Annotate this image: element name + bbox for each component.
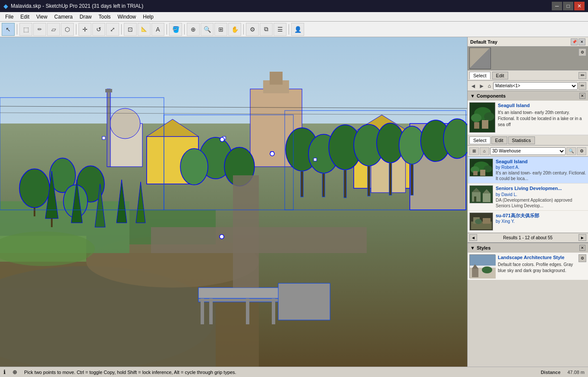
tool-scale[interactable]: ⤢ <box>106 23 119 36</box>
component-item-desc: DA (Development Application) approved Se… <box>496 198 572 208</box>
tool-shape[interactable]: ▱ <box>47 23 60 36</box>
styles-close-button[interactable]: ✕ <box>579 245 585 251</box>
tool-layers[interactable]: ⧉ <box>260 23 273 36</box>
style-info: Landscape Architecture Style Default fac… <box>498 254 576 274</box>
tray-pin-button[interactable]: 📌 <box>571 38 578 45</box>
components-preview: Seagull Island It's an island town- earl… <box>468 101 588 135</box>
maximize-button[interactable]: □ <box>563 2 573 10</box>
tool-pencil[interactable]: ✏ <box>33 23 46 36</box>
materials-edit-tab[interactable]: Edit <box>492 72 508 79</box>
components-edit-tab[interactable]: Edit <box>491 136 507 144</box>
styles-settings-button[interactable]: ⚙ <box>579 254 586 262</box>
materials-select-tab[interactable]: Select <box>469 72 491 79</box>
component-item-author[interactable]: by Robert A. <box>496 165 519 170</box>
components-collapse-icon: ▼ <box>470 93 475 98</box>
components-settings-button[interactable]: ⚙ <box>577 147 586 155</box>
pagination-back-button[interactable]: ◄ <box>469 234 477 241</box>
components-home-button[interactable]: ⌂ <box>480 147 489 155</box>
component-list-item[interactable]: Seniors Living Developmen... by David L.… <box>468 184 588 210</box>
close-button[interactable]: ✕ <box>574 2 585 10</box>
materials-add-button[interactable]: ✏ <box>579 72 586 79</box>
tool-offset[interactable]: ⊡ <box>124 23 137 36</box>
materials-source-select[interactable]: Materials<1> <box>493 82 578 90</box>
svg-rect-9 <box>201 298 204 324</box>
menu-tools[interactable]: Tools <box>95 13 114 21</box>
svg-point-78 <box>484 112 494 121</box>
components-close-button[interactable]: ✕ <box>579 93 585 99</box>
svg-point-58 <box>443 119 467 158</box>
menu-file[interactable]: File <box>2 13 17 21</box>
tool-select[interactable]: ↖ <box>2 23 15 36</box>
components-section: ▼ Components ✕ <box>468 91 588 243</box>
tool-move[interactable]: ✛ <box>79 23 91 36</box>
svg-rect-37 <box>51 219 53 227</box>
component-info: Seagull Island It's an island town- earl… <box>498 102 586 128</box>
tool-zoom[interactable]: 🔍 <box>201 23 214 36</box>
statusbar: ℹ ⊕ Pick two points to move. Ctrl = togg… <box>0 367 588 377</box>
components-search-button[interactable]: 🔍 <box>566 147 576 155</box>
titlebar-controls[interactable]: ─ □ ✕ <box>552 2 585 10</box>
tool-pan[interactable]: ✋ <box>228 23 241 36</box>
component-list-item[interactable]: Seagull Island by Robert A. It's an isla… <box>468 157 588 184</box>
tool-rotate[interactable]: ↺ <box>92 23 105 36</box>
svg-point-69 <box>220 234 224 239</box>
styles-title: Styles <box>477 245 491 250</box>
component-item-name[interactable]: Seniors Living Developmen... <box>496 186 562 191</box>
minimize-button[interactable]: ─ <box>552 2 562 10</box>
materials-settings-button[interactable]: ⚙ <box>579 48 586 56</box>
components-pagination: ◄ Results 1 - 12 of about 55 ► <box>468 233 588 242</box>
materials-back-icon[interactable]: ◄ <box>469 82 477 89</box>
component-item-thumbnail <box>469 185 493 203</box>
tool-tape[interactable]: 📐 <box>138 23 151 36</box>
component-item-name[interactable]: Seagull Island <box>496 159 528 164</box>
component-name-link[interactable]: Seagull Island <box>498 103 530 108</box>
right-panel: Default Tray 📌 ✕ ⚙ Select Edit ✏ ◄ ► ⌂ <box>467 37 588 367</box>
component-item-author[interactable]: by David L. <box>496 192 517 197</box>
toolbar: ↖ ⬚ ✏ ▱ ⬡ ✛ ↺ ⤢ ⊡ 📐 A 🪣 ⊕ 🔍 ⊞ ✋ ⚙ ⧉ ☰ 👤 <box>0 22 588 37</box>
components-header[interactable]: ▼ Components ✕ <box>468 91 588 101</box>
scene-svg <box>0 37 467 367</box>
pagination-results: Results 1 - 12 of about 55 <box>503 235 553 240</box>
tool-paint[interactable]: 🪣 <box>169 23 182 36</box>
menu-camera[interactable]: Camera <box>51 13 76 21</box>
svg-point-68 <box>220 137 224 142</box>
svg-rect-79 <box>474 122 479 129</box>
tool-pushpull[interactable]: ⬡ <box>61 23 74 36</box>
pagination-forward-button[interactable]: ► <box>579 234 586 241</box>
components-tabs: Select Edit Statistics <box>468 135 588 146</box>
tool-settings[interactable]: ⚙ <box>246 23 259 36</box>
component-item-thumbnail <box>469 212 493 231</box>
components-source-select[interactable]: 3D Warehouse <box>490 147 566 155</box>
menu-view[interactable]: View <box>33 13 51 21</box>
component-item-name[interactable]: su-071高尔夫俱乐部 <box>496 213 539 218</box>
components-statistics-tab[interactable]: Statistics <box>508 136 535 144</box>
tool-zoomwindow[interactable]: ⊞ <box>214 23 227 36</box>
tool-eraser[interactable]: ⬚ <box>19 23 32 36</box>
components-toolbar: ⊞ ⌂ 3D Warehouse 🔍 ⚙ <box>468 146 588 157</box>
component-item-author[interactable]: by Xing Y. <box>496 219 515 224</box>
tool-text[interactable]: A <box>151 23 164 36</box>
styles-header[interactable]: ▼ Styles ✕ <box>468 243 588 253</box>
svg-rect-54 <box>368 166 370 196</box>
component-list-item[interactable]: su-071高尔夫俱乐部 by Xing Y. <box>468 211 588 233</box>
styles-content: Landscape Architecture Style Default fac… <box>468 253 588 280</box>
tool-orbit[interactable]: ⊕ <box>187 23 200 36</box>
components-select-tab[interactable]: Select <box>469 136 491 144</box>
svg-rect-8 <box>278 283 330 320</box>
tool-extensions[interactable]: ☰ <box>274 23 286 36</box>
menu-edit[interactable]: Edit <box>17 13 33 21</box>
menu-draw[interactable]: Draw <box>76 13 95 21</box>
style-description: Default face colors. Profile edges. Gray… <box>498 262 576 274</box>
menu-help[interactable]: Help <box>139 13 157 21</box>
menu-window[interactable]: Window <box>114 13 140 21</box>
materials-forward-icon[interactable]: ► <box>478 82 486 89</box>
distance-value: 47.08 m <box>567 370 585 375</box>
viewport[interactable] <box>0 37 467 367</box>
materials-refresh-button[interactable]: ✏ <box>579 82 586 90</box>
svg-rect-10 <box>209 298 213 324</box>
materials-home-icon[interactable]: ⌂ <box>487 83 492 89</box>
components-view-button[interactable]: ⊞ <box>469 147 479 155</box>
tool-profile[interactable]: 👤 <box>291 23 304 36</box>
tray-close-button[interactable]: ✕ <box>579 38 585 45</box>
materials-preview-box <box>469 48 491 69</box>
